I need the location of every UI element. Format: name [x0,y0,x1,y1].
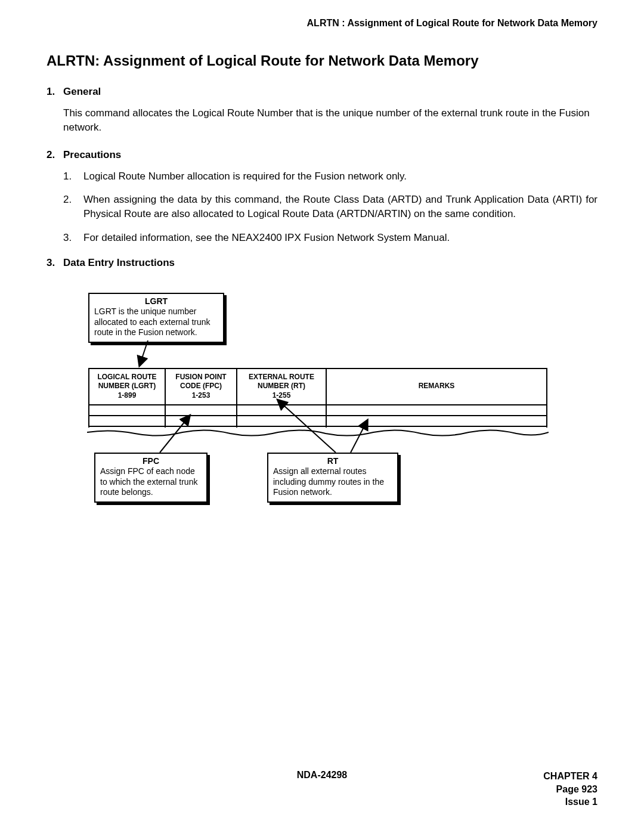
callout-fpc: FPC Assign FPC of each node to which the… [94,453,208,503]
item-text: For detailed information, see the NEAX24… [83,231,597,245]
table-row [89,416,547,426]
callout-lgrt: LGRT LGRT is the unique number allocated… [88,293,224,343]
table-header-rt: EXTERNAL ROUTE NUMBER (RT) 1-255 [237,368,326,405]
data-entry-diagram: LGRT LGRT is the unique number allocated… [88,293,547,507]
precaution-item: 3. For detailed information, see the NEA… [63,231,597,245]
callout-title: RT [273,456,392,467]
table-row [89,405,547,416]
precaution-item: 2. When assigning the data by this comma… [63,193,597,221]
section-number: 1. [47,86,63,98]
footer-page: Page 923 [543,783,597,796]
section-heading-general: 1. General [47,86,597,98]
general-body: This command allocates the Logical Route… [63,106,597,135]
callout-text: Assign FPC of each node to which the ext… [100,466,202,498]
item-text: When assigning the data by this command,… [83,193,597,221]
document-page: ALRTN : Assignment of Logical Route for … [0,0,644,833]
section-heading-data-entry: 3. Data Entry Instructions [47,257,597,269]
running-header: ALRTN : Assignment of Logical Route for … [47,18,597,29]
callout-title: LGRT [94,296,218,307]
section-label: Data Entry Instructions [63,257,175,269]
footer-chapter: CHAPTER 4 [543,770,597,783]
precaution-item: 1. Logical Route Number allocation is re… [63,169,597,184]
callout-text: LGRT is the unique number allocated to e… [94,306,218,338]
table-header-remarks: REMARKS [326,368,547,405]
section-number: 3. [47,257,63,269]
section-label: Precautions [63,149,121,161]
section-label: General [63,86,101,98]
item-number: 2. [63,193,83,221]
callout-title: FPC [100,456,202,467]
torn-edge-mask [87,428,549,441]
callout-rt: RT Assign all external routes including … [267,453,398,503]
table-header-lgrt: LOGICAL ROUTE NUMBER (LGRT) 1-899 [89,368,165,405]
item-number: 3. [63,231,83,245]
footer-doc-number: NDA-24298 [47,770,597,781]
page-footer: NDA-24298 CHAPTER 4 Page 923 Issue 1 [47,770,597,781]
callout-text: Assign all external routes including dum… [273,466,392,498]
svg-line-0 [140,340,148,366]
item-number: 1. [63,169,83,184]
table-header-fpc: FUSION POINT CODE (FPC) 1-253 [165,368,237,405]
section-heading-precautions: 2. Precautions [47,149,597,161]
item-text: Logical Route Number allocation is requi… [83,169,597,184]
page-title: ALRTN: Assignment of Logical Route for N… [47,52,597,69]
torn-edge-icon [87,428,549,441]
footer-issue: Issue 1 [543,795,597,809]
section-number: 2. [47,149,63,161]
